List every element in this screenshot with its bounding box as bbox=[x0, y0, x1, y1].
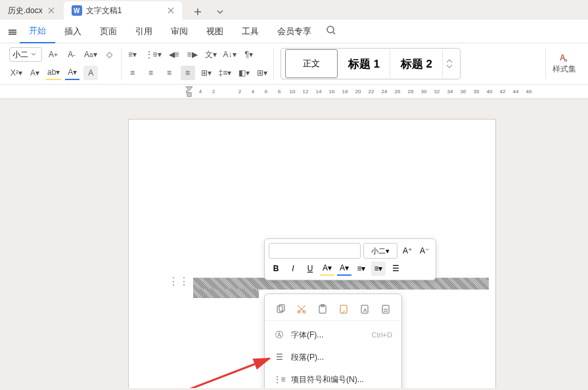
context-menu: A Ⓐ 字体(F)... Ctrl+D ☰ 段落(P)... ⋮≡ 项目符号和编… bbox=[264, 293, 402, 388]
paste-keep-icon[interactable] bbox=[379, 302, 392, 316]
mini-decrease-font-icon[interactable]: A⁻ bbox=[417, 244, 432, 258]
borders-icon[interactable]: ⊞▾ bbox=[255, 66, 269, 80]
document-tabs: 历史.docx W 文字文稿1 bbox=[0, 0, 588, 20]
ctx-font[interactable]: Ⓐ 字体(F)... Ctrl+D bbox=[265, 324, 401, 346]
bullets-icon[interactable]: ≡▾ bbox=[125, 47, 140, 62]
close-icon[interactable] bbox=[168, 7, 174, 14]
menu-start[interactable]: 开始 bbox=[20, 20, 55, 43]
cut-icon[interactable] bbox=[295, 302, 308, 316]
mini-align-icon[interactable]: ≡▾ bbox=[371, 261, 386, 276]
paste-text-icon[interactable]: A bbox=[358, 302, 371, 316]
paragraph-group: ≡▾ ⋮≡▾ ◀≡ ≡▶ 文▾ A↓▾ ¶▾ ≡ ≡ ≡ ≡ ⊞▾ ‡≡▾ ◧▾… bbox=[122, 47, 275, 80]
menu-view[interactable]: 视图 bbox=[197, 20, 233, 43]
style-heading-2[interactable]: 标题 2 bbox=[390, 49, 443, 78]
menu-file-icon[interactable] bbox=[5, 24, 20, 39]
distribute-icon[interactable]: ⊞▾ bbox=[199, 66, 214, 80]
svg-rect-6 bbox=[187, 93, 191, 97]
font-family-input[interactable] bbox=[269, 243, 361, 259]
highlight-icon[interactable]: ab▾ bbox=[46, 66, 61, 80]
tab-label: 历史.docx bbox=[8, 5, 43, 16]
svg-text:A: A bbox=[363, 307, 367, 313]
tab-history-docx[interactable]: 历史.docx bbox=[0, 1, 62, 20]
bold-icon[interactable]: B bbox=[269, 261, 283, 276]
font-dialog-icon: Ⓐ bbox=[274, 330, 284, 340]
ctx-paragraph[interactable]: ☰ 段落(P)... bbox=[265, 346, 401, 368]
move-handle-icon[interactable]: ⋮⋮ bbox=[168, 275, 189, 288]
styles-gallery: 正文 标题 1 标题 2 bbox=[281, 48, 461, 79]
menu-tools[interactable]: 工具 bbox=[233, 20, 268, 43]
indent-marker[interactable] bbox=[185, 86, 193, 98]
paste-icon[interactable] bbox=[316, 302, 329, 316]
tab-list-dropdown[interactable] bbox=[212, 4, 228, 20]
decrease-indent-icon[interactable]: ◀≡ bbox=[167, 47, 181, 62]
close-icon[interactable] bbox=[48, 7, 55, 14]
font-color-icon[interactable]: A▾ bbox=[65, 66, 79, 80]
font-size-combo[interactable]: 小二 bbox=[9, 47, 42, 62]
shading-icon[interactable]: ◧▾ bbox=[237, 66, 251, 80]
mini-font-color-icon[interactable]: A▾ bbox=[337, 261, 351, 276]
mini-toolbar: 小二 ▾ A⁺ A⁻ B I U A▾ A▾ ≡▾ ≡▾ ☰ bbox=[264, 238, 436, 280]
mini-font-size[interactable]: 小二 ▾ bbox=[363, 243, 397, 259]
ctx-bullets-numbering[interactable]: ⋮≡ 项目符号和编号(N)... bbox=[265, 368, 401, 388]
style-set-button[interactable]: Aa 样式集 bbox=[545, 47, 583, 79]
mini-bullets-icon[interactable]: ≡▾ bbox=[354, 261, 369, 276]
svg-point-3 bbox=[327, 26, 334, 33]
increase-font-icon[interactable]: A+ bbox=[46, 47, 60, 62]
superscript-icon[interactable]: X²▾ bbox=[9, 66, 24, 80]
change-case-icon[interactable]: Aa▾ bbox=[83, 47, 99, 62]
main-menu: 开始 插入 页面 引用 审阅 视图 工具 会员专享 bbox=[0, 20, 588, 43]
mini-highlight-icon[interactable]: A▾ bbox=[320, 261, 334, 276]
decrease-font-icon[interactable]: A- bbox=[64, 47, 79, 62]
copy-icon[interactable] bbox=[274, 302, 287, 316]
align-right-icon[interactable]: ≡ bbox=[162, 66, 177, 80]
word-icon: W bbox=[72, 5, 82, 16]
numbering-icon[interactable]: ⋮≡▾ bbox=[144, 47, 163, 62]
font-group: 小二 A+ A- Aa▾ ◇ X²▾ A▾ ab▾ A▾ A bbox=[5, 47, 122, 80]
new-tab-button[interactable] bbox=[190, 4, 206, 20]
menu-review[interactable]: 审阅 bbox=[162, 20, 197, 43]
underline-icon[interactable]: U bbox=[303, 261, 317, 276]
align-center-icon[interactable]: ≡ bbox=[144, 66, 158, 80]
horizontal-ruler[interactable]: 6422468101214161820222426283032343638404… bbox=[0, 85, 588, 99]
align-left-icon[interactable]: ≡ bbox=[125, 66, 140, 80]
line-spacing-icon[interactable]: ‡≡▾ bbox=[217, 66, 233, 80]
selected-text-line2[interactable] bbox=[193, 289, 259, 298]
context-quick-actions: A bbox=[265, 298, 401, 321]
increase-indent-icon[interactable]: ≡▶ bbox=[185, 47, 200, 62]
svg-rect-0 bbox=[9, 30, 16, 31]
svg-text:a: a bbox=[564, 57, 568, 63]
styles-more[interactable] bbox=[443, 49, 456, 78]
paste-special-icon[interactable] bbox=[337, 302, 350, 316]
ribbon-toolbar: 小二 A+ A- Aa▾ ◇ X²▾ A▾ ab▾ A▾ A ≡▾ ⋮≡▾ ◀≡… bbox=[0, 43, 588, 85]
style-body[interactable]: 正文 bbox=[285, 49, 338, 78]
font-effects-icon[interactable]: A▾ bbox=[28, 66, 42, 80]
bullets-dialog-icon: ⋮≡ bbox=[274, 374, 284, 385]
tab-document-1[interactable]: W 文字文稿1 bbox=[64, 1, 183, 20]
search-icon[interactable] bbox=[326, 25, 336, 38]
mini-increase-font-icon[interactable]: A⁺ bbox=[400, 244, 415, 258]
svg-rect-1 bbox=[9, 32, 16, 33]
italic-icon[interactable]: I bbox=[286, 261, 300, 276]
svg-rect-2 bbox=[9, 33, 16, 35]
tab-label: 文字文稿1 bbox=[86, 5, 122, 16]
style-heading-1[interactable]: 标题 1 bbox=[338, 49, 390, 78]
document-canvas: ⋮⋮ 小二 ▾ A⁺ A⁻ B I U A▾ A▾ ≡▾ ≡▾ ☰ A bbox=[0, 99, 588, 388]
sort-icon[interactable]: A↓▾ bbox=[222, 47, 238, 62]
text-direction-icon[interactable]: 文▾ bbox=[204, 47, 218, 62]
menu-reference[interactable]: 引用 bbox=[126, 20, 162, 43]
show-marks-icon[interactable]: ¶▾ bbox=[242, 47, 256, 62]
paragraph-dialog-icon: ☰ bbox=[274, 352, 284, 362]
align-justify-icon[interactable]: ≡ bbox=[181, 66, 195, 80]
mini-more-icon[interactable]: ☰ bbox=[388, 261, 403, 276]
menu-insert[interactable]: 插入 bbox=[55, 20, 91, 43]
char-shading-icon[interactable]: A bbox=[83, 66, 98, 80]
menu-page[interactable]: 页面 bbox=[91, 20, 126, 43]
clear-format-icon[interactable]: ◇ bbox=[102, 47, 117, 62]
menu-member[interactable]: 会员专享 bbox=[268, 20, 321, 43]
